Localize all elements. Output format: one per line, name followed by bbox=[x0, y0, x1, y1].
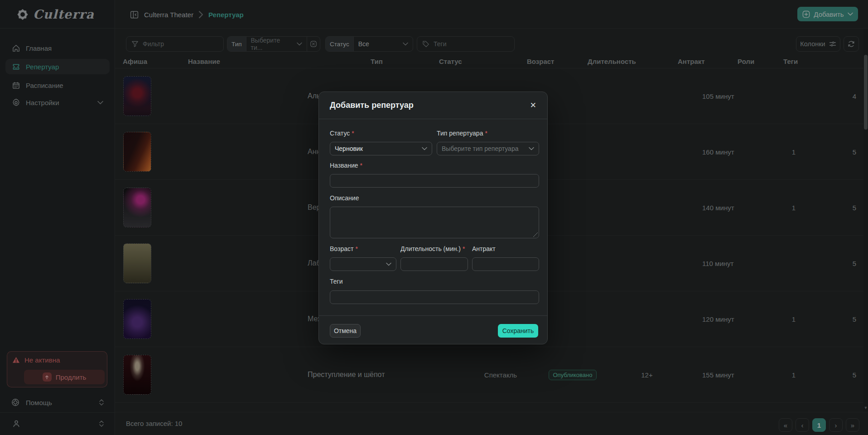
status-select-value: Черновик bbox=[335, 145, 363, 152]
name-input[interactable] bbox=[330, 174, 539, 188]
repertoire-type-placeholder: Выберите тип репертуара bbox=[442, 145, 518, 152]
close-icon[interactable]: ✕ bbox=[530, 102, 536, 109]
modal-header: Добавить репертуар ✕ bbox=[319, 92, 547, 119]
required-asterisk: * bbox=[355, 245, 357, 252]
name-field-label: Название* bbox=[330, 162, 362, 169]
required-asterisk: * bbox=[352, 130, 354, 137]
chevron-down-icon bbox=[529, 147, 534, 150]
cancel-button[interactable]: Отмена bbox=[330, 324, 361, 338]
app-canvas: Culterra Главная Репертуар Расписание На… bbox=[0, 0, 868, 435]
status-select[interactable]: Черновик bbox=[330, 142, 432, 155]
save-button[interactable]: Сохранить bbox=[498, 324, 538, 338]
add-repertoire-modal: Добавить репертуар ✕ Статус* Черновик Ти… bbox=[318, 92, 548, 344]
required-asterisk: * bbox=[360, 162, 362, 169]
type-field-label: Тип репертуара* bbox=[437, 130, 487, 137]
modal-title: Добавить репертуар bbox=[330, 101, 414, 110]
duration-field-label: Длительность (мин.)* bbox=[400, 245, 465, 252]
description-textarea[interactable] bbox=[330, 207, 539, 238]
intermission-input[interactable] bbox=[472, 257, 539, 271]
repertoire-type-select[interactable]: Выберите тип репертуара bbox=[437, 142, 539, 155]
tags-field-label: Теги bbox=[330, 278, 342, 285]
modal-footer: Отмена Сохранить bbox=[319, 315, 547, 345]
required-asterisk: * bbox=[463, 245, 465, 252]
description-field-label: Описание bbox=[330, 194, 359, 202]
age-select[interactable] bbox=[330, 257, 396, 271]
age-field-label: Возраст* bbox=[330, 245, 358, 252]
duration-input[interactable] bbox=[400, 257, 468, 271]
tags-input[interactable] bbox=[330, 290, 539, 304]
chevron-down-icon bbox=[386, 262, 391, 266]
status-field-label: Статус* bbox=[330, 130, 354, 137]
intermission-field-label: Антракт bbox=[472, 245, 496, 252]
chevron-down-icon bbox=[422, 147, 427, 150]
required-asterisk: * bbox=[485, 130, 487, 137]
